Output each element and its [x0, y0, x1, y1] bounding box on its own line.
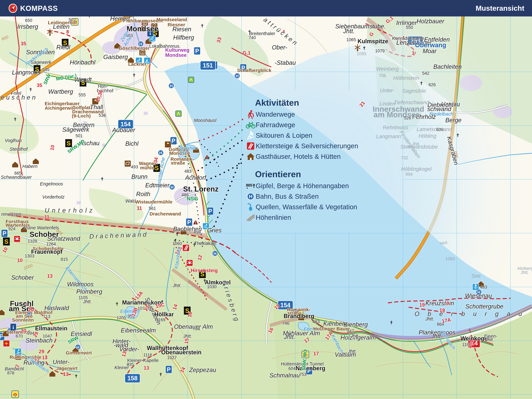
map-label: 924: [8, 227, 15, 231]
map-label: 561: [149, 206, 156, 211]
harbour-icon[interactable]: [472, 284, 479, 290]
map-label: Sägewerk: [31, 60, 51, 65]
map-label: Gaisberg: [103, 54, 128, 60]
map-label: Jhtt.: [183, 334, 192, 339]
map-label: Wildmoos: [67, 281, 94, 288]
map-label: 1116: [143, 353, 152, 357]
bathing-icon[interactable]: [176, 111, 181, 116]
map-label: Jhtt.: [485, 337, 494, 342]
map-label: 753: [299, 372, 306, 377]
legend-activities-title: Aktivitäten: [255, 98, 383, 108]
map-label: 13: [63, 371, 69, 377]
map-label: Jhtt.: [284, 334, 295, 340]
legend-item-gasthaeuser: Gasthäuser, Hotels & Hütten: [246, 151, 383, 162]
svg-text:H: H: [214, 251, 217, 256]
riding-icon[interactable]: [125, 160, 131, 167]
map-label: NSG: [187, 196, 198, 202]
map-label: 542: [422, 71, 429, 76]
map-label: Jhtt.: [172, 283, 182, 288]
red-cross-icon[interactable]: [3, 340, 10, 347]
parking-icon[interactable]: P: [194, 47, 200, 55]
svg-text:H: H: [171, 185, 174, 190]
map-label: Ellmaustein: [35, 325, 67, 332]
map-label: 1: [412, 50, 415, 56]
map-label: 670: [16, 334, 23, 338]
map-label: Sägewerk: [62, 126, 89, 133]
sight-icon[interactable]: S: [65, 139, 72, 147]
map-label: Jhtt.: [521, 270, 529, 275]
map-label: Habern: [22, 164, 38, 169]
kompass-compass-icon: [8, 3, 18, 13]
bus-stop-icon[interactable]: H: [169, 83, 174, 89]
map-label: 1303: [25, 253, 34, 258]
parking-icon[interactable]: P: [207, 207, 213, 215]
map-label: 626: [429, 82, 436, 87]
legend-item-klettersteige: Klettersteige & Seilversicherungen: [246, 141, 383, 151]
map-label: Höllkar: [154, 311, 174, 318]
map-label: 994: [405, 172, 413, 177]
legend-item-label: Quellen, Wasserfälle & Vegetation: [256, 203, 357, 211]
ski-icon[interactable]: [15, 348, 21, 355]
map-label: 493: [131, 165, 138, 169]
bus-stop-icon[interactable]: H: [158, 150, 164, 155]
map-label: Aichingerwirt: [45, 105, 75, 111]
map-label: 9: [446, 301, 449, 306]
map-label: See: [471, 273, 481, 279]
map-label: Riedl: [56, 44, 70, 51]
map-label: 35: [21, 41, 26, 46]
map-label: Wartberg: [48, 88, 73, 95]
map-label: 1060: [172, 241, 182, 246]
legend-item-label: Gasthäuser, Hotels & Hütten: [256, 153, 341, 160]
bathing-icon[interactable]: [188, 77, 194, 83]
map-label: 815: [61, 257, 68, 262]
header-bar: KOMPASS Musteransicht: [0, 0, 532, 16]
map-label: 746: [282, 321, 289, 326]
map-label: Schmalnau: [269, 372, 300, 379]
bus-stop-icon[interactable]: H: [234, 73, 240, 78]
map-label: 740: [249, 35, 256, 40]
sight-icon[interactable]: S: [3, 237, 10, 246]
map-label: Höbling: [418, 133, 437, 139]
page-title: Musteransicht: [476, 0, 524, 16]
map-label: Unter-: [380, 88, 394, 93]
map-label: Eibenseealm: [121, 327, 156, 334]
road-shield-158: 158: [125, 374, 140, 383]
legend-item-label: Höhenlinien: [256, 214, 291, 221]
map-label: 10: [49, 145, 55, 151]
map-label: St. Lorenz: [183, 185, 219, 193]
map-label: Wald: [125, 198, 136, 203]
map-label: Zeppezau: [189, 367, 216, 373]
via-ferrata-icon[interactable]: [183, 245, 189, 251]
map-label: 1095: [357, 51, 366, 56]
map-label: Schottergrube: [465, 303, 503, 310]
map-label: Holzbauer: [417, 18, 444, 25]
map-label: Mondsee: [127, 25, 158, 33]
map-label: Höblingkogel: [401, 166, 432, 172]
map-label: 764: [193, 327, 200, 331]
climbing-icon[interactable]: [14, 236, 20, 242]
svg-text:P: P: [208, 208, 212, 215]
parking-icon[interactable]: P: [1, 229, 8, 237]
kompass-logo[interactable]: KOMPASS: [8, 3, 58, 13]
map-label: e u s c h e n: [1, 94, 36, 101]
kompass-marker-icon[interactable]: [12, 391, 19, 398]
svg-text:P: P: [187, 219, 191, 226]
bus-stop-icon[interactable]: H: [212, 251, 218, 256]
climbing-icon[interactable]: [186, 260, 193, 266]
parking-icon[interactable]: P: [186, 218, 192, 226]
map-label: Wiesenau: [465, 292, 492, 299]
map-label: 1065: [346, 37, 356, 42]
svg-text:P: P: [3, 230, 6, 237]
parking-icon[interactable]: P: [165, 366, 172, 373]
map-label: 19: [419, 302, 425, 308]
map-label: Bachleiten: [433, 63, 462, 70]
brand-text: KOMPASS: [20, 4, 58, 13]
bus-stop-icon[interactable]: H: [169, 184, 175, 190]
map-label: Obenauerstein: [161, 349, 202, 356]
map-label: Vorder-: [119, 346, 139, 353]
map-legend: Aktivitäten Wanderwege Fahrradwege: [246, 98, 383, 223]
legend-item-bahn: H Bahn, Bus & Straßen: [246, 191, 383, 202]
map-label: 15: [184, 338, 190, 344]
map-label: Lackner: [128, 61, 146, 67]
map-label: 732: [401, 155, 408, 160]
